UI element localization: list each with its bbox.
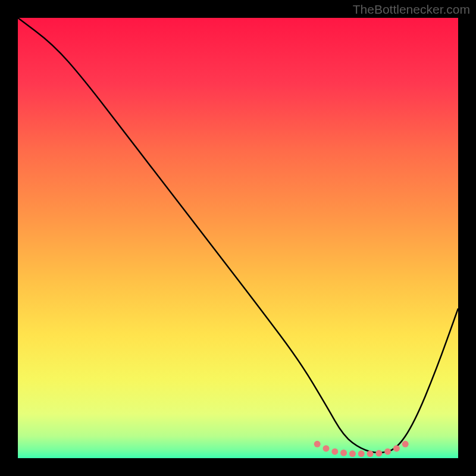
svg-point-3 xyxy=(331,448,338,455)
svg-point-4 xyxy=(340,450,347,456)
svg-point-8 xyxy=(375,450,382,456)
svg-point-9 xyxy=(384,448,391,455)
svg-point-6 xyxy=(358,450,365,457)
svg-point-1 xyxy=(314,441,321,447)
attribution-text: TheBottlenecker.com xyxy=(353,2,470,17)
svg-point-10 xyxy=(393,445,400,452)
svg-point-11 xyxy=(402,441,409,447)
svg-point-7 xyxy=(367,450,374,457)
svg-point-2 xyxy=(323,445,330,452)
svg-point-5 xyxy=(349,450,356,457)
optimal-range-dots xyxy=(18,18,458,458)
chart-container xyxy=(18,18,458,458)
